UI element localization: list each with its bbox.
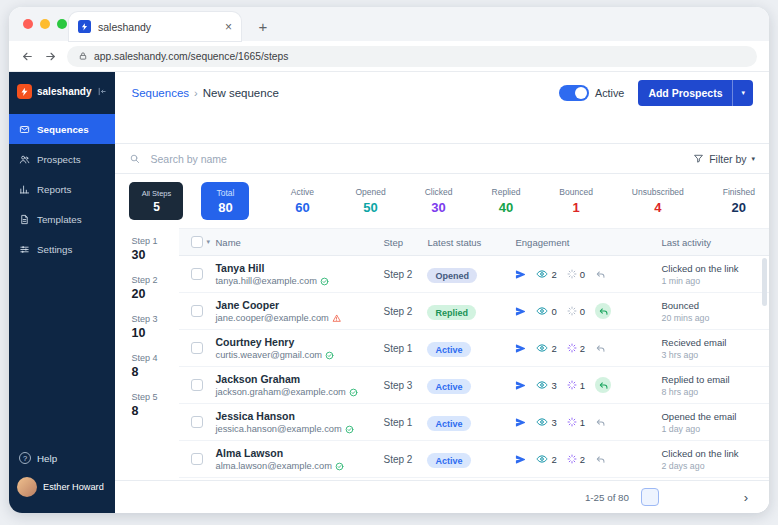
add-prospects-button[interactable]: Add Prospects ▾	[638, 80, 753, 106]
stat-opened[interactable]: Opened 50	[355, 187, 385, 215]
search-row: Filter by ▾	[115, 144, 769, 174]
table-row[interactable]: Jane Cooper jane.cooper@example.com Step…	[179, 293, 769, 330]
stat-unsubscribed[interactable]: Unsubscribed 4	[632, 187, 684, 215]
avatar	[17, 477, 37, 497]
table-row[interactable]: Tanya Hill tanya.hill@example.com Step 2…	[179, 256, 769, 293]
opens-icon	[536, 268, 548, 280]
row-checkbox[interactable]	[191, 305, 203, 317]
forward-icon[interactable]	[44, 50, 57, 63]
browser-tab[interactable]: saleshandy ×	[69, 12, 241, 41]
add-prospects-label: Add Prospects	[638, 87, 732, 99]
filter-caret-icon: ▾	[751, 155, 755, 163]
collapse-sidebar-icon[interactable]	[96, 86, 107, 97]
search-input[interactable]	[148, 152, 685, 166]
window-minimize-button[interactable]	[40, 19, 50, 29]
next-page-button[interactable]: ›	[737, 488, 755, 506]
row-checkbox[interactable]	[191, 453, 203, 465]
page-button-2[interactable]	[663, 488, 681, 506]
browser-tab-strip: saleshandy × +	[9, 7, 769, 41]
sidebar-item-label: Sequences	[37, 124, 89, 135]
row-step: Step 2	[383, 306, 427, 317]
filter-icon	[693, 153, 704, 164]
sidebar-item-prospects[interactable]: Prospects	[9, 144, 115, 174]
prospect-name: Courtney Henry	[215, 336, 383, 348]
window-close-button[interactable]	[23, 19, 33, 29]
step-filter-step-5[interactable]: Step 5 8	[131, 392, 179, 418]
table-row[interactable]: Jackson Graham jackson.graham@example.co…	[179, 367, 769, 404]
breadcrumb-sequences-link[interactable]: Sequences	[131, 87, 189, 99]
email-verified-icon	[325, 351, 334, 360]
new-tab-button[interactable]: +	[251, 14, 275, 38]
all-steps-filter[interactable]: All Steps 5	[129, 182, 183, 220]
reply-icon	[595, 269, 606, 280]
breadcrumb-separator: ›	[194, 87, 198, 99]
sidebar-item-settings[interactable]: Settings	[9, 234, 115, 264]
sidebar-item-templates[interactable]: Templates	[9, 204, 115, 234]
row-checkbox[interactable]	[191, 342, 203, 354]
last-activity-text: Clicked on the link	[661, 448, 759, 459]
tab-close-icon[interactable]: ×	[225, 21, 232, 33]
clicks-count: 1	[580, 380, 585, 391]
status-badge: Active	[427, 453, 470, 468]
sidebar-item-reports[interactable]: Reports	[9, 174, 115, 204]
stat-total[interactable]: Total 80	[201, 182, 249, 220]
address-bar[interactable]: app.saleshandy.com/sequence/1665/steps	[67, 46, 757, 67]
prospect-name: Jackson Graham	[215, 373, 383, 385]
clicks-count: 0	[580, 269, 585, 280]
add-prospects-caret-icon[interactable]: ▾	[733, 89, 753, 97]
step-count: 10	[131, 326, 179, 340]
stat-active[interactable]: Active 60	[288, 187, 316, 215]
user-profile[interactable]: Esther Howard	[9, 471, 115, 503]
select-all-checkbox[interactable]	[191, 236, 203, 248]
stat-value: 80	[218, 200, 232, 215]
scrollbar-thumb[interactable]	[762, 258, 767, 306]
table-row[interactable]: Jessica Hanson jessica.hanson@example.co…	[179, 404, 769, 441]
step-filter-step-4[interactable]: Step 4 8	[131, 353, 179, 379]
step-filter-step-2[interactable]: Step 2 20	[131, 275, 179, 301]
tab-title: saleshandy	[98, 21, 218, 33]
step-label: Step 3	[131, 314, 179, 324]
step-count: 30	[131, 248, 179, 262]
row-checkbox[interactable]	[191, 379, 203, 391]
row-step: Step 3	[383, 380, 427, 391]
prospect-name: Jessica Hanson	[215, 410, 383, 422]
sidebar-item-sequences[interactable]: Sequences	[9, 114, 115, 144]
page-button-1[interactable]	[641, 488, 659, 506]
back-icon[interactable]	[21, 50, 34, 63]
last-activity-text: Replied to email	[661, 374, 759, 385]
table-footer: 1-25 of 80 ›	[115, 480, 769, 513]
help-button[interactable]: ? Help	[9, 445, 115, 471]
last-activity-text: Bounced	[661, 300, 759, 311]
active-toggle[interactable]	[559, 85, 589, 101]
row-checkbox[interactable]	[191, 416, 203, 428]
sent-icon	[515, 343, 526, 354]
prospect-name: Alma Lawson	[215, 447, 383, 459]
stat-replied[interactable]: Replied 40	[492, 187, 521, 215]
stat-value: 1	[559, 200, 593, 215]
select-all-caret-icon[interactable]: ▾	[206, 238, 210, 246]
stat-bounced[interactable]: Bounced 1	[559, 187, 593, 215]
stat-clicked[interactable]: Clicked 30	[425, 187, 453, 215]
sidebar-nav: Sequences Prospects Reports Templates Se…	[9, 114, 115, 264]
window-zoom-button[interactable]	[57, 19, 67, 29]
table-row[interactable]: Courtney Henry curtis.weaver@gmail.com S…	[179, 330, 769, 367]
row-checkbox[interactable]	[191, 268, 203, 280]
table-row[interactable]: Alma Lawson alma.lawson@example.com Step…	[179, 441, 769, 478]
step-filter-step-3[interactable]: Step 3 10	[131, 314, 179, 340]
page-button-3[interactable]	[685, 488, 703, 506]
filter-by-button[interactable]: Filter by ▾	[693, 153, 755, 165]
settings-icon	[19, 244, 30, 255]
stat-finished[interactable]: Finished 20	[723, 187, 755, 215]
clicks-count: 1	[580, 417, 585, 428]
sent-icon	[515, 417, 526, 428]
screenshot-stage: saleshandy × + app.saleshandy.com/sequen…	[0, 0, 778, 525]
step-label: Step 5	[131, 392, 179, 402]
breadcrumb-current: New sequence	[203, 87, 279, 99]
header-last-activity: Last activity	[661, 237, 769, 248]
opens-icon	[536, 416, 548, 428]
step-filter-step-1[interactable]: Step 1 30	[131, 236, 179, 262]
prospects-table: ▾ Name Step Latest status Engagement Las…	[179, 228, 769, 480]
email-warning-icon	[332, 314, 341, 323]
pagination	[641, 488, 725, 506]
page-button-4[interactable]	[707, 488, 725, 506]
